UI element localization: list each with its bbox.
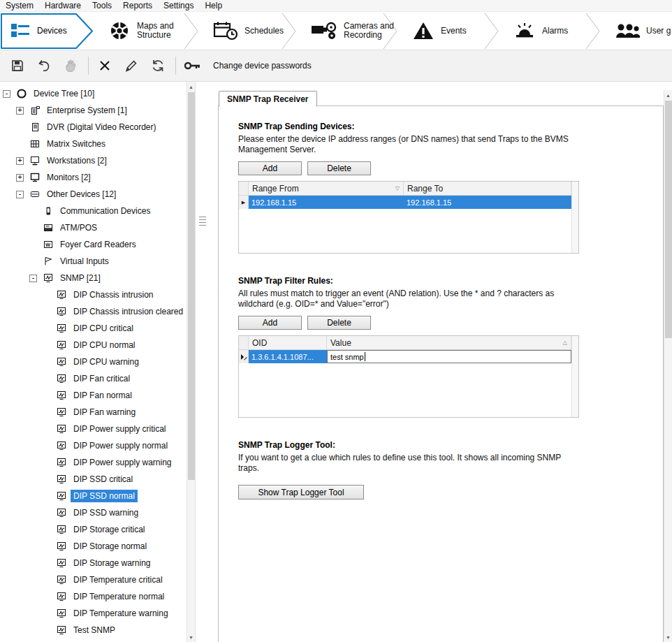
tree-item-dip-chassis-intrusion-cleared[interactable]: DIP Chassis intrusion cleared [0,303,187,320]
tree-item-dip-fan-normal[interactable]: DIP Fan normal [0,387,187,404]
tree-scrollbar[interactable]: ▲ ▼ [187,82,195,642]
tree-item-dip-cpu-normal[interactable]: DIP CPU normal [0,337,187,353]
tree-item-dip-ssd-critical[interactable]: DIP SSD critical [0,471,187,488]
tab-snmp-trap-receiver[interactable]: SNMP Trap Receiver [219,91,317,107]
tree-item-label: DIP Power supply critical [71,423,169,435]
tree-item-dip-temperature-critical[interactable]: DIP Temperature critical [0,571,187,588]
tree-item-dip-fan-critical[interactable]: DIP Fan critical [0,370,187,387]
splitter-grip-icon[interactable] [199,217,206,226]
refresh-button[interactable] [147,55,168,76]
tree-item-device-tree-10[interactable]: -Device Tree [10] [0,85,187,102]
undo-button[interactable] [34,55,54,76]
cell-range-to[interactable]: 192.168.1.15 [404,196,571,209]
tree-scrollbar-thumb[interactable] [188,92,195,480]
tree-item-foyer-card-readers[interactable]: WFoyer Card Readers [0,236,187,253]
ribbon-tab-user-g[interactable]: User g [601,12,672,50]
row-selector-header [239,182,249,195]
tree-item-enterprise-system-1[interactable]: +Enterprise System [1] [0,102,187,119]
tree-item-label: DIP Fan normal [71,389,135,402]
atm-icon [41,222,55,233]
column-header-value[interactable]: Value△ [327,336,571,349]
workstation-icon [28,155,42,166]
tree-item-dip-power-supply-critical[interactable]: DIP Power supply critical [0,421,187,437]
table-scrollbar[interactable] [571,336,578,417]
table-row[interactable]: ▶192.168.1.15192.168.1.15 [239,196,578,209]
show-trap-logger-button[interactable]: Show Trap Logger Tool [238,485,364,499]
tree-item-virtual-inputs[interactable]: Virtual Inputs [0,253,187,270]
tree-item-dip-power-supply-warning[interactable]: DIP Power supply warning [0,454,187,471]
edit-pencil-button[interactable] [121,55,142,76]
tree-item-other-devices-12[interactable]: -Other Devices [12] [0,186,187,203]
tree-item-test-snmp[interactable]: Test SNMP [0,622,187,639]
filter-rules-description: All rules must match to trigger an event… [238,289,575,309]
tree-item-dip-storage-normal[interactable]: DIP Storage normal [0,538,187,555]
table-row[interactable]: 1.3.6.1.4.1.1087...test snmp [239,350,578,363]
expand-icon[interactable]: + [16,157,24,165]
svg-text:W: W [45,242,50,247]
menu-item-settings[interactable]: Settings [158,0,199,11]
tree-item-workstations-2[interactable]: +Workstations [2] [0,152,187,169]
event-icon [54,524,68,535]
expand-icon[interactable]: + [16,107,24,115]
ribbon-tab-maps-and-structure[interactable]: Maps and Structure [94,12,199,50]
save-button[interactable] [7,55,28,76]
tree-item-communication-devices[interactable]: Communication Devices [0,203,187,219]
change-passwords-label[interactable]: Change device passwords [213,61,312,71]
panel-splitter[interactable] [196,82,218,642]
tree-item-dip-cpu-warning[interactable]: DIP CPU warning [0,353,187,370]
menu-item-system[interactable]: System [0,0,39,11]
tree-item-monitors-2[interactable]: +Monitors [2] [0,169,187,186]
sending-delete-button[interactable]: Delete [307,161,371,175]
filter-add-button[interactable]: Add [238,316,302,330]
menu-item-reports[interactable]: Reports [117,0,158,11]
tree-item-dip-temperature-warning[interactable]: DIP Temperature warning [0,605,187,622]
ribbon-tab-alarms[interactable]: Alarms [499,12,601,50]
tree-item-dip-ssd-warning[interactable]: DIP SSD warning [0,504,187,521]
tree-item-dip-cpu-critical[interactable]: DIP CPU critical [0,320,187,337]
tree-item-dip-fan-warning[interactable]: DIP Fan warning [0,404,187,421]
collapse-icon[interactable]: - [3,90,10,98]
delete-button[interactable] [94,55,115,76]
tree-item-dip-temperature-normal[interactable]: DIP Temperature normal [0,588,187,605]
expand-icon[interactable]: + [16,174,24,182]
dvr-icon [28,122,42,133]
scroll-down-icon[interactable]: ▼ [664,632,672,642]
main-scrollbar-thumb[interactable] [665,101,672,338]
change-passwords-button[interactable] [182,55,203,76]
tree-item-dip-ssd-normal[interactable]: DIP SSD normal [0,488,187,504]
table-scrollbar[interactable] [571,182,578,253]
ribbon-tab-schedules[interactable]: Schedules [199,12,297,50]
cell-oid[interactable]: 1.3.6.1.4.1.1087... [249,350,327,363]
tree-item-dip-storage-warning[interactable]: DIP Storage warning [0,555,187,571]
tree-item-dip-power-supply-normal[interactable]: DIP Power supply normal [0,437,187,454]
menu-item-help[interactable]: Help [199,0,228,11]
ribbon-tab-events[interactable]: Events [398,12,499,50]
tree-item-dip-chassis-intrusion[interactable]: DIP Chassis intrusion [0,286,187,303]
menu-item-hardware[interactable]: Hardware [39,0,87,11]
collapse-icon[interactable]: - [29,275,37,282]
column-header-oid[interactable]: OID [249,336,327,349]
tree-item-dip-storage-critical[interactable]: DIP Storage critical [0,521,187,538]
sending-add-button[interactable]: Add [238,161,302,175]
menu-item-tools[interactable]: Tools [87,0,117,11]
collapse-icon[interactable]: - [16,191,24,198]
tree-item-snmp-21[interactable]: -SNMP [21] [0,270,187,286]
events-icon [412,21,434,41]
column-header-range-to[interactable]: Range To [404,182,571,195]
tree-item-atm-pos[interactable]: ATM/POS [0,219,187,236]
schedules-icon [213,20,238,41]
tree-item-matrix-switches[interactable]: Matrix Switches [0,136,187,152]
scroll-up-icon[interactable]: ▲ [187,82,195,92]
main-scrollbar[interactable]: ▲ ▼ [664,90,672,642]
scroll-up-icon[interactable]: ▲ [664,90,672,100]
ribbon-tab-cameras-and-recording[interactable]: Cameras and Recording [297,12,398,50]
filter-delete-button[interactable]: Delete [307,316,371,330]
ribbon-tab-devices[interactable]: Devices [0,12,94,50]
column-header-range-from[interactable]: Range From▽ [249,182,404,195]
root-icon [15,88,29,99]
tree-item-label: Virtual Inputs [57,255,112,268]
tree-item-dvr-digital-video-recorder[interactable]: DVR (Digital Video Recorder) [0,119,187,136]
cell-value-editor[interactable]: test snmp [327,350,571,363]
scroll-down-icon[interactable]: ▼ [187,632,195,642]
cell-range-from[interactable]: 192.168.1.15 [249,196,404,209]
